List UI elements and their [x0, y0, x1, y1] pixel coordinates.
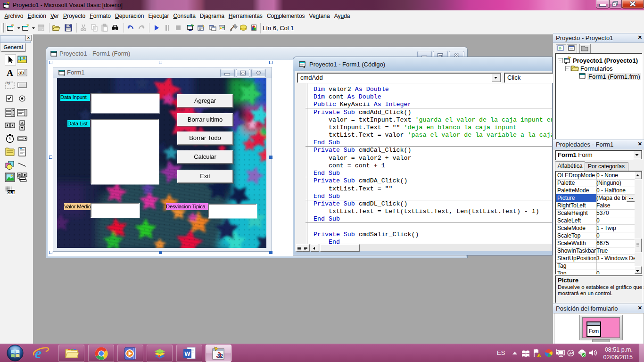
svg-text:!: ! — [538, 354, 539, 357]
svg-text:xy: xy — [7, 81, 10, 85]
svg-text:W: W — [184, 350, 190, 357]
svg-text:e: e — [35, 345, 41, 361]
svg-text:A: A — [7, 68, 13, 78]
svg-text:ab: ab — [18, 70, 24, 75]
svg-text:OLE: OLE — [8, 190, 15, 195]
svg-text:32: 32 — [217, 353, 223, 359]
